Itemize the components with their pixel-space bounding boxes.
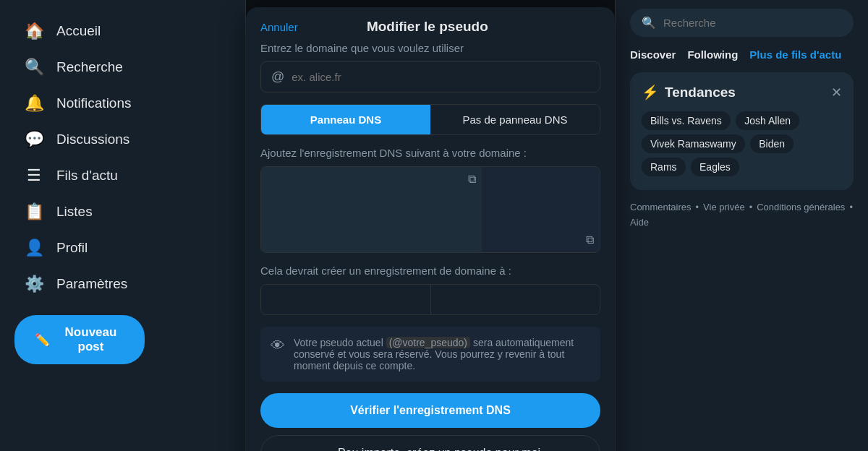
tabs: Panneau DNS Pas de panneau DNS [260, 104, 600, 135]
bell-icon: 🔔 [25, 94, 43, 113]
dns-right-panel: ⧉ [482, 167, 600, 252]
search-icon: 🔍 [642, 16, 656, 30]
sidebar-item-listes[interactable]: 📋 Listes [14, 195, 231, 228]
domain-result-field-right[interactable] [431, 285, 600, 314]
sidebar-label-recherche: Recherche [56, 59, 123, 75]
list-icon: 📋 [25, 202, 43, 221]
home-icon: 🏠 [25, 22, 43, 40]
trends-box: ⚡ Tendances ✕ Bills vs. Ravens Josh Alle… [630, 72, 854, 190]
sidebar-item-accueil[interactable]: 🏠 Accueil [14, 14, 231, 48]
sidebar-item-profil[interactable]: 👤 Profil [14, 231, 231, 265]
new-post-label: Nouveau post [57, 325, 124, 354]
modal-overlay: Annuler Modifier le pseudo Entrez le dom… [246, 0, 615, 451]
lightning-icon: ⚡ [642, 84, 659, 100]
dns-records-label: Ajoutez l'enregistrement DNS suivant à v… [260, 147, 600, 159]
tab-no-dns[interactable]: Pas de panneau DNS [430, 105, 600, 134]
footer-link-2[interactable]: Conditions générales [757, 202, 845, 212]
trends-header: ⚡ Tendances ✕ [642, 84, 842, 100]
search-input[interactable] [663, 17, 842, 29]
feed-icon: ☰ [25, 166, 43, 185]
domain-result-inputs [260, 284, 600, 315]
sidebar-label-parametres: Paramètres [56, 276, 127, 292]
trends-close-button[interactable]: ✕ [831, 85, 842, 100]
footer-links: Commentaires • Vie privée • Conditions g… [630, 202, 854, 228]
sidebar-item-recherche[interactable]: 🔍 Recherche [14, 51, 231, 84]
footer-link-3[interactable]: Aide [630, 217, 649, 228]
info-box: 👁 Votre pseudo actuel (@votre_pseudo) se… [260, 327, 600, 382]
modal-body: Entrez le domaine que vous voulez utilis… [246, 42, 615, 451]
info-text: Votre pseudo actuel (@votre_pseudo) sera… [294, 337, 590, 371]
trend-tags: Bills vs. Ravens Josh Allen Vivek Ramasw… [642, 109, 842, 179]
chat-icon: 💬 [25, 130, 43, 149]
skip-button[interactable]: ← Peu importe, créez un pseudo pour moi [260, 435, 600, 451]
modal: Annuler Modifier le pseudo Entrez le dom… [246, 7, 615, 451]
cancel-button[interactable]: Annuler [260, 21, 298, 33]
new-post-button[interactable]: ✏️ Nouveau post [14, 315, 145, 364]
sidebar-item-discussions[interactable]: 💬 Discussions [14, 123, 231, 156]
copy-icon-right[interactable]: ⧉ [586, 233, 594, 246]
footer-link-1[interactable]: Vie privée [703, 202, 745, 212]
sidebar-nav: 🏠 Accueil 🔍 Recherche 🔔 Notifications 💬 … [14, 14, 231, 444]
left-sidebar: 🏠 Accueil 🔍 Recherche 🔔 Notifications 💬 … [0, 0, 246, 451]
dns-records-wrap: ⧉ ⧉ [260, 166, 600, 253]
at-icon: @ [271, 69, 284, 85]
domain-result-label: Cela devrait créer un enregistrement de … [260, 265, 600, 277]
main-area: ← Compte Annuler Modifier le pseudo Entr… [246, 0, 615, 451]
compose-icon: ✏️ [35, 332, 50, 348]
eye-icon: 👁 [271, 338, 285, 354]
trend-tag-1[interactable]: Josh Allen [736, 111, 799, 130]
trend-tag-4[interactable]: Rams [642, 158, 686, 176]
discover-link[interactable]: Discover [630, 48, 676, 61]
right-links: Discover Following Plus de fils d'actu [630, 48, 854, 61]
trend-tag-2[interactable]: Vivek Ramaswamy [642, 134, 745, 153]
trend-tag-3[interactable]: Biden [750, 134, 793, 153]
following-link[interactable]: Following [687, 48, 738, 61]
domain-label: Entrez le domaine que vous voulez utilis… [260, 42, 600, 54]
trend-tag-5[interactable]: Eagles [691, 158, 739, 176]
skip-label: Peu importe, créez un pseudo pour moi [338, 447, 540, 451]
footer-link-0[interactable]: Commentaires [630, 202, 692, 212]
sidebar-item-notifications[interactable]: 🔔 Notifications [14, 87, 231, 120]
sidebar-label-listes: Listes [56, 204, 93, 220]
trend-tag-0[interactable]: Bills vs. Ravens [642, 111, 731, 130]
modal-title: Modifier le pseudo [312, 19, 542, 35]
copy-icon-left[interactable]: ⧉ [468, 173, 476, 186]
sidebar-label-notifications: Notifications [56, 95, 132, 111]
trends-title: ⚡ Tendances [642, 84, 736, 100]
domain-input-wrap: @ [260, 61, 600, 93]
right-sidebar: 🔍 Discover Following Plus de fils d'actu… [615, 0, 868, 451]
sidebar-item-fils-dactu[interactable]: ☰ Fils d'actu [14, 159, 231, 192]
search-icon: 🔍 [25, 58, 43, 77]
sidebar-item-parametres[interactable]: ⚙️ Paramètres [14, 267, 231, 301]
domain-result-field-left[interactable] [261, 285, 431, 314]
dns-left-panel: ⧉ [261, 167, 482, 252]
tab-panneau-dns[interactable]: Panneau DNS [261, 105, 430, 134]
domain-input[interactable] [292, 71, 590, 83]
sidebar-label-accueil: Accueil [56, 23, 101, 39]
fils-dactu-link[interactable]: Plus de fils d'actu [749, 48, 841, 61]
back-arrow-icon: ← [320, 447, 332, 451]
sidebar-label-fils-dactu: Fils d'actu [56, 168, 118, 184]
verify-dns-button[interactable]: Vérifier l'enregistrement DNS [260, 393, 600, 428]
sidebar-label-discussions: Discussions [56, 132, 129, 147]
gear-icon: ⚙️ [25, 275, 43, 293]
search-box: 🔍 [630, 9, 854, 37]
sidebar-label-profil: Profil [56, 240, 88, 256]
profile-icon: 👤 [25, 239, 43, 257]
modal-header: Annuler Modifier le pseudo [246, 7, 615, 42]
